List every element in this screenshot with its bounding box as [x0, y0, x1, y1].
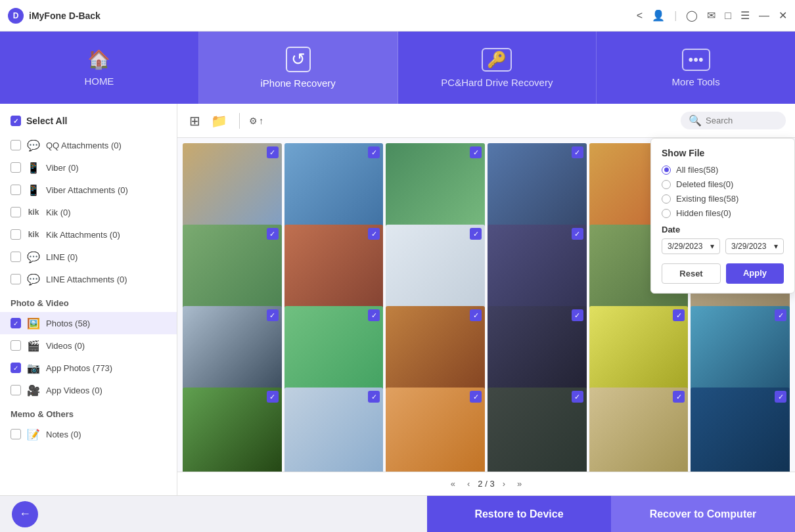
nav-iphone-recovery[interactable]: ↺ iPhone Recovery: [199, 32, 398, 104]
home-icon: 🏠: [87, 49, 110, 70]
filter-existing-files[interactable]: Existing files(58): [662, 194, 784, 204]
mail-icon[interactable]: ✉: [707, 9, 716, 22]
photo-check[interactable]: [267, 146, 279, 158]
notes-checkbox[interactable]: [11, 429, 21, 439]
nav-more-tools[interactable]: ••• More Tools: [597, 32, 795, 104]
filter-hidden-label: Hidden files(0): [676, 208, 731, 218]
menu-icon[interactable]: ☰: [740, 9, 750, 22]
photo-check[interactable]: [368, 309, 380, 321]
photo-cell[interactable]: [589, 388, 689, 472]
photo-check[interactable]: [572, 309, 583, 321]
apply-button[interactable]: Apply: [726, 263, 784, 284]
app-videos-label: App Videos (0): [46, 386, 102, 395]
share-icon[interactable]: <: [637, 10, 643, 22]
sidebar-item-kik-attachments[interactable]: kik Kik Attachments (0): [0, 223, 177, 246]
prev-page-button[interactable]: ‹: [463, 477, 474, 490]
photo-check[interactable]: [368, 391, 380, 403]
select-all-row[interactable]: Select All: [0, 110, 177, 134]
photo-check[interactable]: [775, 309, 786, 321]
search-input[interactable]: [706, 116, 778, 125]
photo-check[interactable]: [572, 391, 583, 403]
photo-cell[interactable]: [284, 388, 384, 472]
viber-checkbox[interactable]: [11, 162, 21, 173]
select-all-checkbox[interactable]: [11, 116, 21, 126]
filter-all-radio[interactable]: [662, 166, 671, 175]
photo-cell[interactable]: [691, 388, 790, 472]
close-icon[interactable]: ✕: [779, 9, 787, 22]
folder-icon[interactable]: 📁: [208, 110, 230, 131]
nav-pc-recovery[interactable]: 🔑 PC&Hard Drive Recovery: [398, 32, 597, 104]
line-att-checkbox[interactable]: [11, 274, 21, 284]
pc-recovery-icon: 🔑: [482, 48, 512, 72]
photo-check[interactable]: [368, 146, 380, 158]
photo-cell[interactable]: [183, 388, 282, 472]
line-checkbox[interactable]: [11, 252, 21, 262]
photo-check[interactable]: [572, 146, 583, 158]
photo-check[interactable]: [572, 228, 583, 240]
filter-button[interactable]: ⚙ ↑: [249, 116, 263, 126]
restore-to-device-button[interactable]: Restore to Device: [427, 496, 611, 533]
sidebar-item-line-attachments[interactable]: 💬 LINE Attachments (0): [0, 268, 177, 290]
sidebar-item-kik[interactable]: kik Kik (0): [0, 201, 177, 223]
filter-hidden-files[interactable]: Hidden files(0): [662, 208, 784, 218]
app-videos-checkbox[interactable]: [11, 385, 21, 395]
photo-check[interactable]: [470, 146, 482, 158]
videos-checkbox[interactable]: [11, 340, 21, 351]
date-to-selector[interactable]: 3/29/2023 ▾: [725, 238, 784, 254]
next-page-button[interactable]: ›: [499, 477, 509, 490]
filter-existing-label: Existing files(58): [676, 194, 738, 204]
sidebar-item-videos[interactable]: 🎬 Videos (0): [0, 334, 177, 357]
grid-view-icon[interactable]: ⊞: [187, 110, 203, 131]
photo-check[interactable]: [470, 391, 482, 403]
photo-check[interactable]: [267, 228, 279, 240]
app-photos-checkbox[interactable]: [11, 363, 21, 373]
filter-all-files[interactable]: All files(58): [662, 165, 784, 175]
nav-home[interactable]: 🏠 HOME: [0, 32, 199, 104]
reset-button[interactable]: Reset: [662, 263, 721, 284]
sidebar-item-photos[interactable]: 🖼️ Photos (58): [0, 312, 177, 334]
toolbar: ⊞ 📁 ⚙ ↑ 🔍: [177, 104, 795, 138]
photo-check[interactable]: [470, 228, 482, 240]
filter-deleted-files[interactable]: Deleted files(0): [662, 179, 784, 189]
kik-icon: kik: [26, 205, 41, 219]
sidebar-item-viber[interactable]: 📱 Viber (0): [0, 156, 177, 179]
sidebar-item-app-photos[interactable]: 📷 App Photos (773): [0, 357, 177, 379]
app-title: iMyFone D-Back: [29, 11, 101, 21]
minimize-icon[interactable]: —: [759, 10, 769, 22]
viber-att-label: Viber Attachments (0): [46, 185, 128, 195]
photo-check[interactable]: [470, 309, 482, 321]
photo-check[interactable]: [673, 391, 685, 403]
filter-hidden-radio[interactable]: [662, 209, 671, 218]
viber-att-checkbox[interactable]: [11, 185, 21, 195]
search-box[interactable]: 🔍: [681, 112, 786, 129]
qq-checkbox[interactable]: [11, 140, 21, 150]
title-bar-controls: < 👤 | ◯ ✉ □ ☰ — ✕: [637, 9, 787, 22]
photo-check[interactable]: [267, 309, 279, 321]
date-from-selector[interactable]: 3/29/2023 ▾: [662, 238, 720, 254]
chat-icon[interactable]: □: [725, 10, 731, 22]
last-page-button[interactable]: »: [513, 477, 526, 490]
sidebar-item-notes[interactable]: 📝 Notes (0): [0, 423, 177, 445]
content-area: ⊞ 📁 ⚙ ↑ 🔍: [177, 104, 795, 495]
photo-check[interactable]: [267, 391, 279, 403]
sidebar-item-qq-attachments[interactable]: 💬 QQ Attachments (0): [0, 134, 177, 156]
app-photos-icon: 📷: [26, 361, 41, 375]
filter-existing-radio[interactable]: [662, 194, 671, 204]
back-button[interactable]: ←: [12, 501, 38, 527]
first-page-button[interactable]: «: [447, 477, 459, 490]
photo-check[interactable]: [368, 228, 380, 240]
photos-checkbox[interactable]: [11, 318, 21, 328]
kik-att-checkbox[interactable]: [11, 229, 21, 240]
account-icon[interactable]: 👤: [652, 9, 665, 22]
sidebar-item-viber-attachments[interactable]: 📱 Viber Attachments (0): [0, 179, 177, 201]
location-icon[interactable]: ◯: [686, 9, 698, 22]
recover-to-computer-button[interactable]: Recover to Computer: [611, 496, 795, 533]
filter-deleted-radio[interactable]: [662, 180, 671, 189]
kik-checkbox[interactable]: [11, 207, 21, 217]
sidebar-item-line[interactable]: 💬 LINE (0): [0, 246, 177, 268]
photo-check[interactable]: [673, 309, 685, 321]
photo-check[interactable]: [775, 391, 786, 403]
photo-cell[interactable]: [386, 388, 485, 472]
photo-cell[interactable]: [488, 388, 587, 472]
sidebar-item-app-videos[interactable]: 🎥 App Videos (0): [0, 379, 177, 401]
